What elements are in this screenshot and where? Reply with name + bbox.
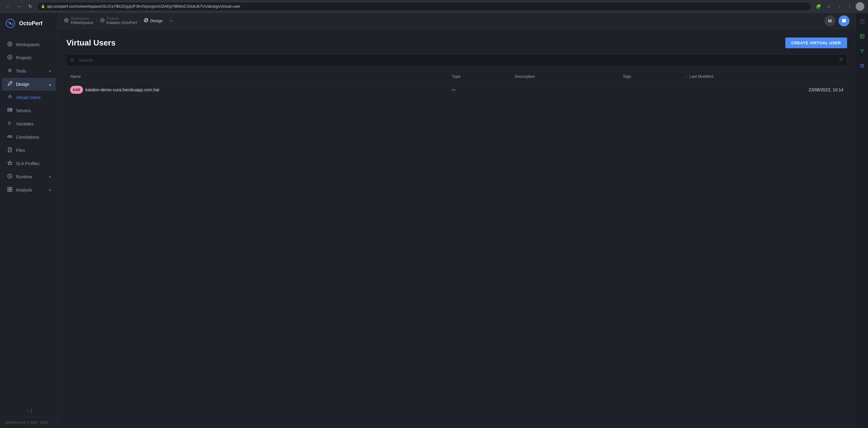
right-icon-download[interactable] (857, 31, 867, 41)
sidebar-item-servers[interactable]: Servers (2, 104, 56, 117)
url-bar[interactable]: 🔒 api.octoperf.com/ui/workspace/OLICyYlB… (37, 2, 811, 11)
runtime-icon (7, 174, 13, 180)
svg-point-10 (11, 109, 11, 109)
files-icon (7, 147, 13, 154)
chat-button[interactable] (838, 16, 849, 26)
svg-point-1 (9, 23, 11, 24)
type-edit-icon[interactable]: ✏ (452, 87, 456, 93)
right-sidebar (856, 13, 868, 428)
search-input[interactable] (66, 54, 847, 66)
correlations-icon (7, 134, 13, 141)
sidebar-item-files[interactable]: Files (2, 144, 56, 157)
collapse-button[interactable]: ←| (0, 405, 58, 417)
search-bar (66, 54, 847, 66)
browser-avatar[interactable] (856, 2, 864, 11)
sidebar-item-design[interactable]: Design ▴ (2, 78, 56, 91)
svg-point-7 (9, 95, 11, 97)
svg-point-2 (8, 42, 12, 46)
runtime-arrow-icon: ▾ (49, 175, 51, 179)
browser-actions: 🧩 ☆ ↑ ⋮ (814, 2, 864, 11)
th-last-modified[interactable]: ↓ Last Modified (681, 71, 847, 82)
sidebar-label-analysis: Analysis (16, 188, 32, 192)
sidebar-label-variables: Variables (16, 121, 33, 126)
workspaces-icon (7, 41, 13, 48)
page-header: Virtual Users CREATE VIRTUAL USER (66, 37, 847, 48)
search-icon (70, 58, 74, 63)
design-bc-icon (144, 18, 149, 24)
browser-bar: ← → ↻ 🔒 api.octoperf.com/ui/workspace/OL… (0, 0, 868, 13)
sidebar-item-analysis[interactable]: Analysis ▾ (2, 184, 56, 196)
content-area: Virtual Users CREATE VIRTUAL USER (58, 29, 856, 428)
td-description (511, 82, 619, 98)
svg-point-3 (9, 43, 11, 45)
app-container: OctoPerf Workspaces (0, 13, 868, 428)
svg-point-6 (9, 69, 11, 71)
back-button[interactable]: ← (169, 18, 175, 24)
variables-icon: X 1 (7, 121, 13, 127)
breadcrumb-projects[interactable]: Projects Katalon OctoPerf (100, 17, 137, 25)
filter-icon[interactable] (838, 58, 843, 63)
sidebar-item-workspaces[interactable]: Workspaces (2, 38, 56, 51)
footer-text: OctoPerf.com © 2014 - 2023 (5, 421, 48, 424)
svg-point-22 (66, 20, 67, 21)
url-text: api.octoperf.com/ui/workspace/OLICyYlBrZ… (47, 4, 240, 9)
sort-icon: ↓ (685, 74, 687, 79)
tools-icon (7, 68, 13, 74)
svg-rect-18 (10, 187, 12, 189)
menu-button[interactable]: ⋮ (845, 2, 854, 11)
sidebar-label-workspaces: Workspaces (16, 42, 40, 47)
svg-rect-27 (860, 34, 864, 38)
td-type: ✏ (448, 82, 512, 98)
sidebar-item-runtime[interactable]: Runtime ▾ (2, 170, 56, 183)
collapse-icon: ←| (26, 408, 32, 414)
th-type: Type (448, 71, 512, 82)
logo-area[interactable]: OctoPerf (0, 13, 58, 34)
create-virtual-user-button[interactable]: CREATE VIRTUAL USER (785, 37, 847, 48)
star-button[interactable]: ☆ (824, 2, 833, 11)
extensions-button[interactable]: 🧩 (814, 2, 823, 11)
sidebar-item-tools[interactable]: Tools ▾ (2, 65, 56, 78)
sidebar-label-runtime: Runtime (16, 174, 32, 179)
sidebar-item-projects[interactable]: Projects (2, 51, 56, 64)
sidebar-item-correlations[interactable]: Correlations (2, 131, 56, 144)
right-icon-clock[interactable] (857, 17, 867, 26)
right-icon-settings[interactable] (857, 61, 867, 71)
forward-button[interactable]: → (15, 2, 23, 11)
page-title: Virtual Users (66, 38, 116, 48)
sidebar-item-variables[interactable]: X 1 Variables (2, 118, 56, 130)
header-avatar[interactable]: M (824, 16, 835, 26)
logo-text: OctoPerf (19, 20, 42, 27)
analysis-icon (7, 187, 13, 193)
sidebar-item-sla-profiles[interactable]: SLA Profiles (2, 157, 56, 170)
refresh-button[interactable]: ↻ (26, 2, 34, 11)
user-badge: KAR (70, 86, 83, 94)
sla-profiles-icon (7, 160, 13, 167)
workspaces-bc-icon (64, 18, 69, 24)
main-content: Workspaces KWorkspace › Projects Katalon… (58, 13, 856, 428)
row-name: katalon-demo-cura.herokuapp.com.har (86, 87, 159, 92)
data-table: Name Type Description Tags ↓ Last Modifi… (66, 71, 847, 98)
projects-bc-icon (100, 18, 105, 24)
th-description: Description (511, 71, 619, 82)
projects-bc-name: Katalon OctoPerf (107, 20, 137, 25)
breadcrumb-current: Design (144, 18, 163, 24)
sidebar-label-design: Design (16, 82, 30, 87)
sidebar-label-files: Files (16, 148, 25, 153)
servers-icon (7, 107, 13, 114)
right-icon-filter[interactable] (857, 46, 867, 56)
back-button[interactable]: ← (4, 2, 12, 11)
projects-icon (7, 54, 13, 61)
sidebar-label-tools: Tools (16, 68, 26, 73)
projects-bc-label: Projects (107, 17, 137, 20)
top-header: Workspaces KWorkspace › Projects Katalon… (58, 13, 856, 29)
sidebar-label-servers: Servers (16, 108, 31, 113)
share-button[interactable]: ↑ (835, 2, 843, 11)
sidebar-item-virtual-users[interactable]: Virtual Users (2, 91, 56, 104)
sidebar: OctoPerf Workspaces (0, 13, 58, 428)
th-tags: Tags (619, 71, 681, 82)
virtual-users-icon (7, 94, 13, 101)
breadcrumb-workspaces[interactable]: Workspaces KWorkspace (64, 17, 93, 25)
workspaces-bc-label: Workspaces (71, 17, 93, 20)
svg-text:1: 1 (10, 121, 11, 124)
design-arrow-icon: ▴ (49, 83, 51, 86)
